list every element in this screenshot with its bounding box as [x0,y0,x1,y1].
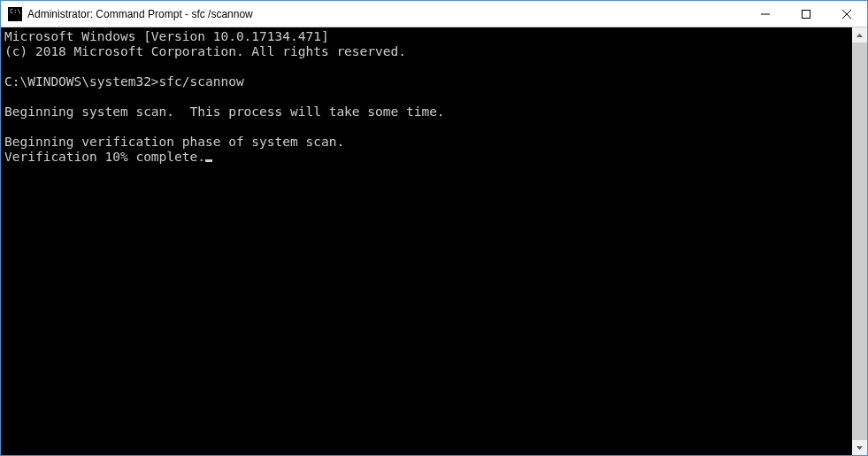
content-area: Microsoft Windows [Version 10.0.17134.47… [1,27,867,455]
scroll-up-button[interactable] [852,27,867,43]
close-button[interactable] [826,1,867,27]
close-icon [842,10,851,19]
scroll-track[interactable] [852,43,867,440]
svg-marker-5 [856,446,863,450]
maximize-button[interactable] [786,1,826,27]
maximize-icon [802,10,810,19]
cmd-icon [8,7,22,21]
scroll-thumb[interactable] [852,43,867,440]
scroll-down-button[interactable] [852,440,867,455]
svg-rect-1 [803,10,810,18]
terminal-output[interactable]: Microsoft Windows [Version 10.0.17134.47… [1,27,852,455]
window-controls [745,1,867,27]
cursor [205,159,212,162]
svg-marker-4 [856,34,863,37]
minimize-button[interactable] [745,1,786,27]
chevron-up-icon [856,34,863,37]
window-title: Administrator: Command Prompt - sfc /sca… [27,8,745,20]
titlebar[interactable]: Administrator: Command Prompt - sfc /sca… [1,1,867,27]
vertical-scrollbar[interactable] [852,27,867,455]
command-prompt-window: Administrator: Command Prompt - sfc /sca… [0,0,868,456]
chevron-down-icon [856,446,863,450]
minimize-icon [761,10,770,19]
